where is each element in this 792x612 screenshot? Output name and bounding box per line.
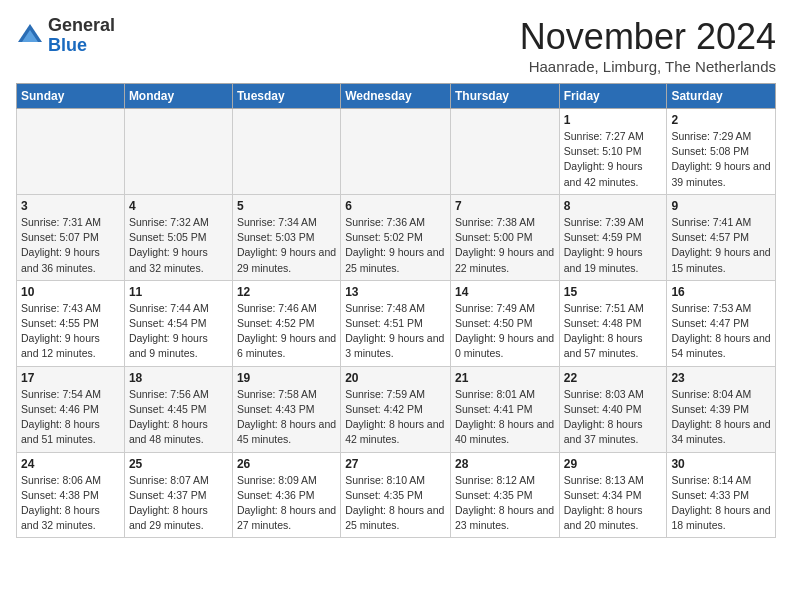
calendar-day-cell: 2Sunrise: 7:29 AM Sunset: 5:08 PM Daylig… (667, 109, 776, 195)
day-number: 9 (671, 199, 771, 213)
logo-text: General Blue (48, 16, 115, 56)
calendar-day-cell: 3Sunrise: 7:31 AM Sunset: 5:07 PM Daylig… (17, 194, 125, 280)
calendar-table: SundayMondayTuesdayWednesdayThursdayFrid… (16, 83, 776, 538)
calendar-day-cell (17, 109, 125, 195)
day-number: 19 (237, 371, 336, 385)
calendar-day-cell (232, 109, 340, 195)
day-number: 26 (237, 457, 336, 471)
calendar-day-cell: 29Sunrise: 8:13 AM Sunset: 4:34 PM Dayli… (559, 452, 667, 538)
calendar-day-cell: 23Sunrise: 8:04 AM Sunset: 4:39 PM Dayli… (667, 366, 776, 452)
day-number: 2 (671, 113, 771, 127)
day-number: 20 (345, 371, 446, 385)
header: General Blue November 2024 Haanrade, Lim… (16, 16, 776, 75)
location-subtitle: Haanrade, Limburg, The Netherlands (520, 58, 776, 75)
day-number: 11 (129, 285, 228, 299)
calendar-day-cell: 15Sunrise: 7:51 AM Sunset: 4:48 PM Dayli… (559, 280, 667, 366)
day-info: Sunrise: 7:38 AM Sunset: 5:00 PM Dayligh… (455, 215, 555, 276)
calendar-day-cell: 4Sunrise: 7:32 AM Sunset: 5:05 PM Daylig… (124, 194, 232, 280)
day-info: Sunrise: 7:39 AM Sunset: 4:59 PM Dayligh… (564, 215, 663, 276)
day-info: Sunrise: 8:03 AM Sunset: 4:40 PM Dayligh… (564, 387, 663, 448)
day-info: Sunrise: 7:44 AM Sunset: 4:54 PM Dayligh… (129, 301, 228, 362)
calendar-day-cell: 14Sunrise: 7:49 AM Sunset: 4:50 PM Dayli… (450, 280, 559, 366)
day-info: Sunrise: 7:31 AM Sunset: 5:07 PM Dayligh… (21, 215, 120, 276)
day-info: Sunrise: 8:06 AM Sunset: 4:38 PM Dayligh… (21, 473, 120, 534)
day-info: Sunrise: 7:53 AM Sunset: 4:47 PM Dayligh… (671, 301, 771, 362)
calendar-day-cell: 1Sunrise: 7:27 AM Sunset: 5:10 PM Daylig… (559, 109, 667, 195)
day-info: Sunrise: 7:41 AM Sunset: 4:57 PM Dayligh… (671, 215, 771, 276)
calendar-day-cell: 25Sunrise: 8:07 AM Sunset: 4:37 PM Dayli… (124, 452, 232, 538)
logo: General Blue (16, 16, 115, 56)
day-number: 28 (455, 457, 555, 471)
calendar-day-cell: 12Sunrise: 7:46 AM Sunset: 4:52 PM Dayli… (232, 280, 340, 366)
day-number: 27 (345, 457, 446, 471)
weekday-header-row: SundayMondayTuesdayWednesdayThursdayFrid… (17, 84, 776, 109)
day-info: Sunrise: 8:10 AM Sunset: 4:35 PM Dayligh… (345, 473, 446, 534)
weekday-header: Tuesday (232, 84, 340, 109)
calendar-day-cell: 22Sunrise: 8:03 AM Sunset: 4:40 PM Dayli… (559, 366, 667, 452)
calendar-day-cell: 20Sunrise: 7:59 AM Sunset: 4:42 PM Dayli… (341, 366, 451, 452)
day-info: Sunrise: 8:12 AM Sunset: 4:35 PM Dayligh… (455, 473, 555, 534)
day-number: 29 (564, 457, 663, 471)
day-info: Sunrise: 8:04 AM Sunset: 4:39 PM Dayligh… (671, 387, 771, 448)
day-info: Sunrise: 7:58 AM Sunset: 4:43 PM Dayligh… (237, 387, 336, 448)
weekday-header: Friday (559, 84, 667, 109)
month-title: November 2024 (520, 16, 776, 58)
day-number: 10 (21, 285, 120, 299)
day-info: Sunrise: 8:13 AM Sunset: 4:34 PM Dayligh… (564, 473, 663, 534)
weekday-header: Monday (124, 84, 232, 109)
calendar-day-cell: 7Sunrise: 7:38 AM Sunset: 5:00 PM Daylig… (450, 194, 559, 280)
logo-blue: Blue (48, 35, 87, 55)
day-info: Sunrise: 7:27 AM Sunset: 5:10 PM Dayligh… (564, 129, 663, 190)
calendar-day-cell: 9Sunrise: 7:41 AM Sunset: 4:57 PM Daylig… (667, 194, 776, 280)
day-info: Sunrise: 8:07 AM Sunset: 4:37 PM Dayligh… (129, 473, 228, 534)
day-number: 15 (564, 285, 663, 299)
weekday-header: Thursday (450, 84, 559, 109)
day-info: Sunrise: 7:46 AM Sunset: 4:52 PM Dayligh… (237, 301, 336, 362)
calendar-day-cell: 18Sunrise: 7:56 AM Sunset: 4:45 PM Dayli… (124, 366, 232, 452)
calendar-week-row: 3Sunrise: 7:31 AM Sunset: 5:07 PM Daylig… (17, 194, 776, 280)
day-info: Sunrise: 7:59 AM Sunset: 4:42 PM Dayligh… (345, 387, 446, 448)
calendar-day-cell: 30Sunrise: 8:14 AM Sunset: 4:33 PM Dayli… (667, 452, 776, 538)
calendar-day-cell: 11Sunrise: 7:44 AM Sunset: 4:54 PM Dayli… (124, 280, 232, 366)
weekday-header: Sunday (17, 84, 125, 109)
day-number: 22 (564, 371, 663, 385)
day-number: 5 (237, 199, 336, 213)
calendar-day-cell: 21Sunrise: 8:01 AM Sunset: 4:41 PM Dayli… (450, 366, 559, 452)
day-number: 13 (345, 285, 446, 299)
day-number: 25 (129, 457, 228, 471)
day-number: 23 (671, 371, 771, 385)
day-number: 4 (129, 199, 228, 213)
calendar-day-cell: 19Sunrise: 7:58 AM Sunset: 4:43 PM Dayli… (232, 366, 340, 452)
day-info: Sunrise: 7:32 AM Sunset: 5:05 PM Dayligh… (129, 215, 228, 276)
day-info: Sunrise: 7:34 AM Sunset: 5:03 PM Dayligh… (237, 215, 336, 276)
day-number: 24 (21, 457, 120, 471)
weekday-header: Wednesday (341, 84, 451, 109)
calendar-day-cell: 16Sunrise: 7:53 AM Sunset: 4:47 PM Dayli… (667, 280, 776, 366)
day-info: Sunrise: 7:56 AM Sunset: 4:45 PM Dayligh… (129, 387, 228, 448)
day-info: Sunrise: 7:51 AM Sunset: 4:48 PM Dayligh… (564, 301, 663, 362)
day-info: Sunrise: 7:36 AM Sunset: 5:02 PM Dayligh… (345, 215, 446, 276)
day-number: 1 (564, 113, 663, 127)
calendar-week-row: 10Sunrise: 7:43 AM Sunset: 4:55 PM Dayli… (17, 280, 776, 366)
day-number: 6 (345, 199, 446, 213)
calendar-day-cell (450, 109, 559, 195)
calendar-day-cell: 17Sunrise: 7:54 AM Sunset: 4:46 PM Dayli… (17, 366, 125, 452)
calendar-day-cell (341, 109, 451, 195)
day-info: Sunrise: 8:09 AM Sunset: 4:36 PM Dayligh… (237, 473, 336, 534)
day-info: Sunrise: 7:48 AM Sunset: 4:51 PM Dayligh… (345, 301, 446, 362)
day-number: 7 (455, 199, 555, 213)
calendar-day-cell: 26Sunrise: 8:09 AM Sunset: 4:36 PM Dayli… (232, 452, 340, 538)
day-number: 14 (455, 285, 555, 299)
day-number: 8 (564, 199, 663, 213)
day-number: 17 (21, 371, 120, 385)
title-block: November 2024 Haanrade, Limburg, The Net… (520, 16, 776, 75)
day-number: 30 (671, 457, 771, 471)
calendar-day-cell: 8Sunrise: 7:39 AM Sunset: 4:59 PM Daylig… (559, 194, 667, 280)
calendar-day-cell: 13Sunrise: 7:48 AM Sunset: 4:51 PM Dayli… (341, 280, 451, 366)
day-info: Sunrise: 7:43 AM Sunset: 4:55 PM Dayligh… (21, 301, 120, 362)
logo-general: General (48, 15, 115, 35)
day-number: 16 (671, 285, 771, 299)
day-info: Sunrise: 7:49 AM Sunset: 4:50 PM Dayligh… (455, 301, 555, 362)
day-number: 21 (455, 371, 555, 385)
day-number: 3 (21, 199, 120, 213)
